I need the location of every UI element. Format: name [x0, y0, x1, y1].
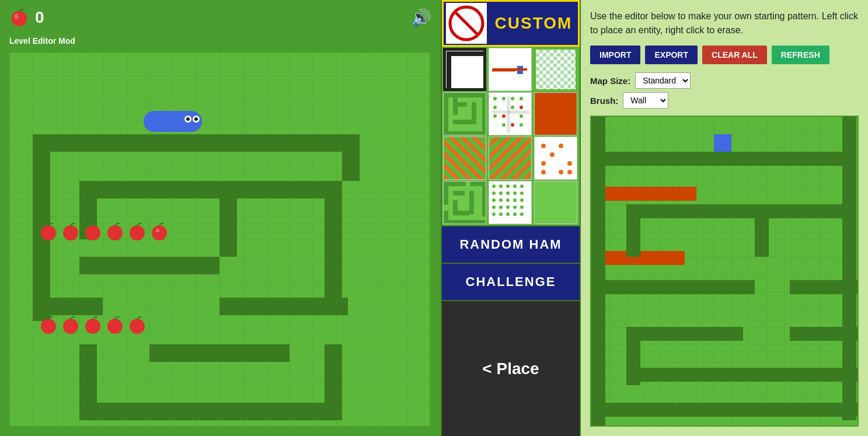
game-canvas[interactable] — [9, 53, 430, 426]
svg-point-87 — [520, 205, 524, 209]
pattern-solid-orange[interactable] — [534, 92, 577, 135]
map-size-label: Map Size: — [590, 76, 630, 86]
map-settings: Map Size: Standard Small Large Brush: Wa… — [590, 72, 859, 109]
wall — [33, 134, 50, 228]
apples-row2 — [39, 315, 147, 335]
pattern-line[interactable] — [489, 48, 532, 91]
pattern-maze2[interactable] — [443, 181, 486, 224]
svg-point-49 — [559, 144, 563, 148]
ewall — [591, 152, 848, 166]
svg-point-71 — [513, 184, 517, 188]
svg-point-80 — [506, 198, 510, 202]
wall — [219, 298, 348, 315]
pattern-grid — [442, 47, 580, 225]
brush-select[interactable]: Wall Apple Snake Erase — [623, 92, 668, 109]
svg-rect-17 — [449, 54, 486, 91]
svg-point-50 — [550, 152, 555, 157]
svg-rect-44 — [507, 96, 510, 133]
ewall — [842, 117, 856, 420]
svg-point-37 — [520, 106, 523, 109]
pattern-checker[interactable] — [534, 48, 577, 91]
place-button[interactable]: < Place — [442, 300, 580, 436]
svg-point-7 — [152, 225, 167, 240]
snake-eye-right — [193, 116, 200, 123]
random-ham-button[interactable]: RANDOM HAM — [442, 225, 580, 263]
svg-rect-26 — [472, 102, 476, 120]
svg-point-72 — [520, 184, 524, 188]
svg-point-31 — [493, 97, 497, 100]
svg-point-85 — [506, 205, 510, 209]
svg-point-69 — [499, 184, 503, 188]
game-header: 0 🔊 — [0, 0, 441, 35]
svg-rect-23 — [444, 93, 448, 135]
pattern-empty[interactable] — [534, 181, 577, 224]
svg-point-48 — [541, 144, 546, 148]
import-button[interactable]: IMPORT — [590, 46, 640, 64]
challenge-button[interactable]: CHALLENGE — [442, 263, 580, 300]
svg-point-0 — [12, 11, 27, 26]
export-button[interactable]: EXPORT — [645, 46, 698, 64]
svg-point-89 — [499, 212, 503, 216]
refresh-button[interactable]: REFRESH — [772, 46, 829, 64]
ewall — [626, 204, 640, 257]
right-panel: Use the editor below to make your own st… — [581, 0, 868, 436]
pattern-diagonal1[interactable] — [443, 137, 486, 180]
svg-rect-65 — [453, 200, 458, 215]
svg-point-77 — [520, 191, 524, 195]
svg-rect-67 — [489, 182, 532, 224]
editor-canvas[interactable] — [590, 116, 859, 427]
svg-point-83 — [492, 205, 496, 209]
svg-point-81 — [513, 198, 517, 202]
instructions-text: Use the editor below to make your own st… — [590, 9, 859, 37]
pattern-diagonal2[interactable] — [489, 137, 532, 180]
svg-point-76 — [513, 191, 517, 195]
svg-point-8 — [156, 229, 159, 232]
editor-bar2 — [603, 251, 685, 265]
sound-icon[interactable]: 🔊 — [411, 8, 431, 27]
pattern-dots1[interactable] — [489, 92, 532, 135]
ewall — [755, 204, 769, 257]
svg-rect-62 — [469, 191, 474, 214]
svg-point-12 — [107, 319, 123, 334]
custom-button[interactable]: CUSTOM — [442, 0, 580, 47]
pattern-maze1[interactable] — [443, 92, 486, 135]
clear-all-button[interactable]: CLEAR ALL — [702, 46, 767, 64]
svg-rect-28 — [482, 93, 486, 135]
svg-rect-46 — [535, 93, 577, 135]
ewall — [591, 280, 755, 294]
svg-point-9 — [41, 319, 56, 334]
map-size-select[interactable]: Standard Small Large — [635, 72, 691, 89]
toolbar: IMPORT EXPORT CLEAR ALL REFRESH — [590, 46, 859, 64]
svg-rect-29 — [444, 131, 486, 135]
editor-bar1 — [603, 187, 696, 201]
svg-point-10 — [63, 319, 78, 334]
svg-point-33 — [511, 97, 514, 100]
svg-point-41 — [502, 123, 506, 127]
pattern-speckle[interactable] — [489, 181, 532, 224]
svg-point-55 — [567, 170, 572, 175]
svg-point-82 — [520, 198, 524, 202]
svg-point-73 — [492, 191, 496, 195]
snake-eye-left — [184, 116, 191, 123]
ewall — [591, 117, 605, 427]
pattern-border[interactable] — [443, 48, 486, 91]
wall — [149, 344, 290, 362]
svg-rect-59 — [448, 182, 466, 186]
svg-point-90 — [506, 212, 510, 216]
svg-point-92 — [520, 212, 524, 216]
svg-point-42 — [511, 123, 514, 127]
wall — [79, 257, 219, 274]
svg-rect-63 — [444, 220, 486, 224]
svg-point-5 — [107, 225, 123, 240]
svg-point-51 — [541, 161, 546, 166]
wall — [33, 228, 50, 321]
svg-point-91 — [513, 212, 517, 216]
svg-point-43 — [520, 123, 523, 127]
svg-point-74 — [499, 191, 503, 195]
game-panel: 0 🔊 Level Editor Mod — [0, 0, 441, 436]
ewall — [626, 204, 842, 218]
pattern-sparse-dots[interactable] — [534, 137, 577, 180]
svg-point-78 — [492, 198, 496, 202]
svg-point-3 — [63, 225, 78, 240]
wall — [219, 198, 237, 257]
